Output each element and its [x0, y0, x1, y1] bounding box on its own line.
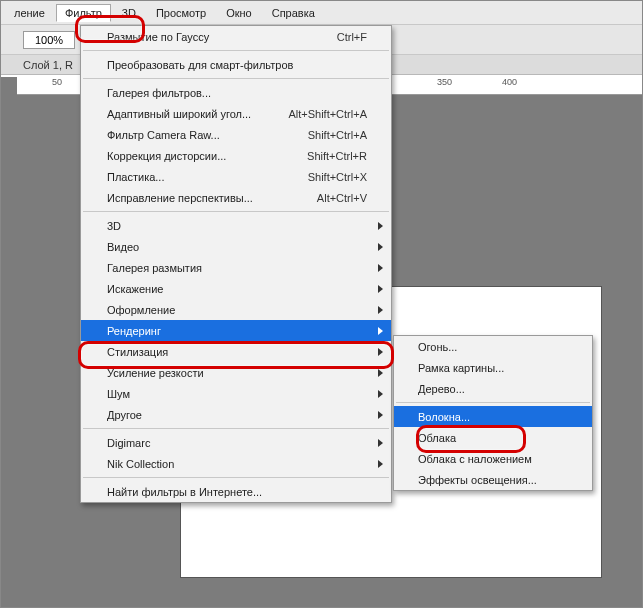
- ruler-tick: 400: [502, 77, 517, 87]
- menu-label: Фильтр Camera Raw...: [107, 129, 220, 141]
- ruler-tick: 350: [437, 77, 452, 87]
- menu-label: Шум: [107, 388, 130, 400]
- submenu-arrow-icon: [378, 306, 383, 314]
- menu-label: 3D: [107, 220, 121, 232]
- menu-stylize[interactable]: Стилизация: [81, 341, 391, 362]
- submenu-picture-frame[interactable]: Рамка картины...: [394, 357, 592, 378]
- menu-item-filter[interactable]: Фильтр: [56, 4, 111, 22]
- menu-adaptive-wide-angle[interactable]: Адаптивный широкий угол... Alt+Shift+Ctr…: [81, 103, 391, 124]
- menu-label: Рендеринг: [107, 325, 161, 337]
- menu-digimarc[interactable]: Digimarc: [81, 432, 391, 453]
- menu-vanishing-point[interactable]: Исправление перспективы... Alt+Ctrl+V: [81, 187, 391, 208]
- menu-separator: [396, 402, 590, 403]
- menu-filter-gallery[interactable]: Галерея фильтров...: [81, 82, 391, 103]
- submenu-tree[interactable]: Дерево...: [394, 378, 592, 399]
- menu-distort[interactable]: Искажение: [81, 278, 391, 299]
- menu-other[interactable]: Другое: [81, 404, 391, 425]
- submenu-lighting-effects[interactable]: Эффекты освещения...: [394, 469, 592, 490]
- submenu-label: Огонь...: [418, 341, 457, 353]
- menu-label: Исправление перспективы...: [107, 192, 253, 204]
- menu-item-view[interactable]: Просмотр: [147, 4, 215, 22]
- zoom-field[interactable]: 100%: [23, 31, 75, 49]
- menu-label: Адаптивный широкий угол...: [107, 108, 251, 120]
- menu-label: Найти фильтры в Интернете...: [107, 486, 262, 498]
- menu-label: Преобразовать для смарт-фильтров: [107, 59, 293, 71]
- submenu-label: Облака: [418, 432, 456, 444]
- submenu-arrow-icon: [378, 460, 383, 468]
- render-submenu: Огонь... Рамка картины... Дерево... Воло…: [393, 335, 593, 491]
- menu-label: Digimarc: [107, 437, 150, 449]
- submenu-clouds[interactable]: Облака: [394, 427, 592, 448]
- menu-lens-correction[interactable]: Коррекция дисторсии... Shift+Ctrl+R: [81, 145, 391, 166]
- menu-find-filters-online[interactable]: Найти фильтры в Интернете...: [81, 481, 391, 502]
- submenu-arrow-icon: [378, 285, 383, 293]
- ruler-tick: 50: [52, 77, 62, 87]
- menubar: ление Фильтр 3D Просмотр Окно Справка: [1, 1, 642, 25]
- menu-video[interactable]: Видео: [81, 236, 391, 257]
- menu-shortcut: Alt+Shift+Ctrl+A: [288, 108, 367, 120]
- menu-label: Усиление резкости: [107, 367, 204, 379]
- menu-liquify[interactable]: Пластика... Shift+Ctrl+X: [81, 166, 391, 187]
- submenu-label: Дерево...: [418, 383, 465, 395]
- menu-shortcut: Shift+Ctrl+R: [307, 150, 367, 162]
- menu-label: Видео: [107, 241, 139, 253]
- submenu-label: Облака с наложением: [418, 453, 532, 465]
- menu-separator: [83, 78, 389, 79]
- menu-separator: [83, 211, 389, 212]
- menu-label: Пластика...: [107, 171, 164, 183]
- menu-shortcut: Shift+Ctrl+X: [308, 171, 367, 183]
- menu-label: Другое: [107, 409, 142, 421]
- submenu-fibers[interactable]: Волокна...: [394, 406, 592, 427]
- filter-menu-dropdown: Размытие по Гауссу Ctrl+F Преобразовать …: [80, 25, 392, 503]
- menu-design[interactable]: Оформление: [81, 299, 391, 320]
- menu-nik-collection[interactable]: Nik Collection: [81, 453, 391, 474]
- menu-separator: [83, 477, 389, 478]
- menu-render[interactable]: Рендеринг: [81, 320, 391, 341]
- submenu-label: Рамка картины...: [418, 362, 504, 374]
- submenu-arrow-icon: [378, 222, 383, 230]
- submenu-fire[interactable]: Огонь...: [394, 336, 592, 357]
- menu-shortcut: Alt+Ctrl+V: [317, 192, 367, 204]
- menu-item-image-truncated[interactable]: ление: [5, 4, 54, 22]
- menu-shortcut: Shift+Ctrl+A: [308, 129, 367, 141]
- submenu-label: Эффекты освещения...: [418, 474, 537, 486]
- menu-label: Галерея фильтров...: [107, 87, 211, 99]
- menu-noise[interactable]: Шум: [81, 383, 391, 404]
- menu-recent-filter[interactable]: Размытие по Гауссу Ctrl+F: [81, 26, 391, 47]
- submenu-arrow-icon: [378, 348, 383, 356]
- menu-sharpen[interactable]: Усиление резкости: [81, 362, 391, 383]
- menu-3d[interactable]: 3D: [81, 215, 391, 236]
- menu-label: Размытие по Гауссу: [107, 31, 209, 43]
- menu-label: Стилизация: [107, 346, 168, 358]
- submenu-arrow-icon: [378, 243, 383, 251]
- menu-item-window[interactable]: Окно: [217, 4, 261, 22]
- submenu-arrow-icon: [378, 327, 383, 335]
- menu-separator: [83, 428, 389, 429]
- menu-item-help[interactable]: Справка: [263, 4, 324, 22]
- menu-blur-gallery[interactable]: Галерея размытия: [81, 257, 391, 278]
- menu-item-3d[interactable]: 3D: [113, 4, 145, 22]
- document-tab-label[interactable]: Слой 1, R: [23, 59, 73, 71]
- menu-label: Галерея размытия: [107, 262, 202, 274]
- ruler-vertical: [1, 77, 17, 607]
- menu-shortcut: Ctrl+F: [337, 31, 367, 43]
- submenu-arrow-icon: [378, 264, 383, 272]
- submenu-label: Волокна...: [418, 411, 470, 423]
- submenu-arrow-icon: [378, 411, 383, 419]
- menu-label: Коррекция дисторсии...: [107, 150, 226, 162]
- menu-camera-raw[interactable]: Фильтр Camera Raw... Shift+Ctrl+A: [81, 124, 391, 145]
- menu-label: Nik Collection: [107, 458, 174, 470]
- submenu-arrow-icon: [378, 390, 383, 398]
- submenu-arrow-icon: [378, 369, 383, 377]
- menu-convert-smart[interactable]: Преобразовать для смарт-фильтров: [81, 54, 391, 75]
- menu-label: Оформление: [107, 304, 175, 316]
- submenu-difference-clouds[interactable]: Облака с наложением: [394, 448, 592, 469]
- menu-label: Искажение: [107, 283, 163, 295]
- menu-separator: [83, 50, 389, 51]
- submenu-arrow-icon: [378, 439, 383, 447]
